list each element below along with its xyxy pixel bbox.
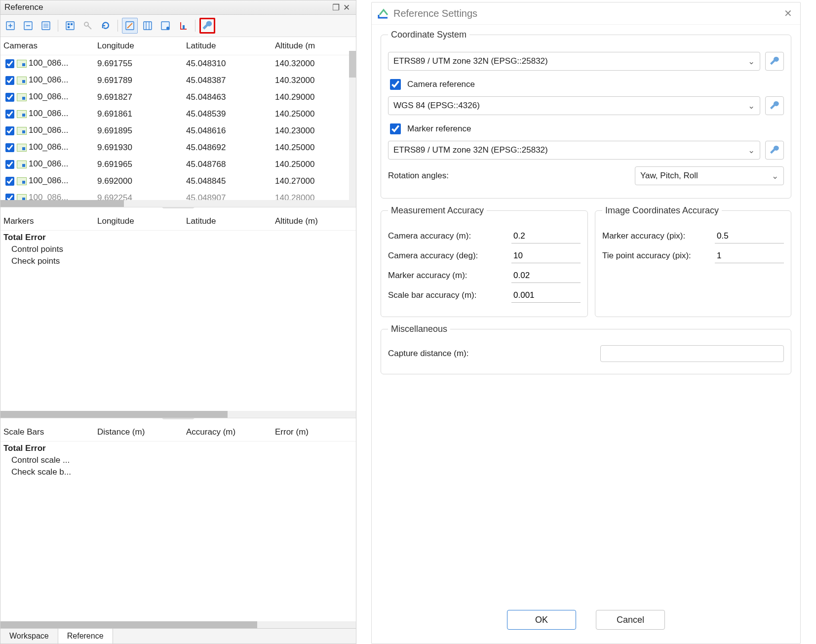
table-row[interactable]: 100_086...9.69186145.048539140.25000 [0, 106, 356, 122]
key-icon[interactable] [80, 18, 96, 34]
camera-icon [17, 93, 27, 101]
marker-accuracy-m-input[interactable] [511, 268, 581, 283]
col-error[interactable]: Error (m) [272, 423, 356, 442]
scale-bar-button[interactable] [175, 18, 191, 34]
table-row[interactable]: 100_086...9.69182745.048463140.29000 [0, 89, 356, 106]
table-row[interactable]: 100_086...9.69200045.048845140.27000 [0, 173, 356, 190]
scalebar-accuracy-m-input[interactable] [511, 288, 581, 303]
col-markers-alt[interactable]: Altitude (m) [272, 212, 356, 231]
coordinate-system-combo[interactable]: ETRS89 / UTM zone 32N (EPSG::25832) ⌄ [388, 52, 760, 71]
camera-ref-settings-button[interactable] [765, 96, 784, 115]
camera-name: 100_086... [29, 75, 68, 84]
marker-reference-checkbox[interactable] [390, 123, 401, 134]
col-distance[interactable]: Distance (m) [94, 423, 183, 442]
rotation-angles-combo[interactable]: Yaw, Pitch, Roll ⌄ [635, 166, 784, 185]
view-errors-button[interactable] [157, 18, 173, 34]
svg-rect-6 [68, 26, 70, 28]
view-markers-button[interactable] [62, 18, 78, 34]
settings-button[interactable] [199, 18, 215, 34]
camera-row-checkbox[interactable] [5, 143, 14, 152]
camera-icon [17, 60, 27, 68]
refresh-button[interactable] [98, 18, 114, 34]
export-reference-button[interactable] [20, 18, 36, 34]
image-coordinates-accuracy-group: Image Coordinates Accuracy Marker accura… [595, 205, 791, 317]
camera-accuracy-deg-input[interactable] [511, 248, 581, 263]
table-row[interactable]: 100_086...9.69189545.048616140.23000 [0, 122, 356, 139]
camera-name: 100_086... [29, 176, 68, 185]
col-altitude[interactable]: Altitude (m [272, 37, 356, 55]
ok-button[interactable]: OK [507, 610, 576, 630]
tab-workspace[interactable]: Workspace [0, 629, 58, 644]
camera-row-checkbox[interactable] [5, 110, 14, 119]
close-icon[interactable]: ✕ [341, 2, 352, 12]
col-latitude[interactable]: Latitude [183, 37, 272, 55]
cameras-vscrollbar[interactable] [349, 51, 356, 200]
import-reference-button[interactable] [2, 18, 18, 34]
dialog-titlebar[interactable]: Reference Settings ✕ [372, 2, 800, 25]
scalebars-hscrollbar[interactable] [0, 621, 356, 628]
marker-ref-settings-button[interactable] [765, 141, 784, 160]
camera-alt: 140.25000 [272, 106, 356, 122]
camera-row-checkbox[interactable] [5, 160, 14, 169]
camera-name: 100_086... [29, 125, 68, 135]
cancel-button[interactable]: Cancel [596, 610, 665, 630]
tie-point-accuracy-pix-input[interactable] [715, 248, 784, 263]
view-cameras-button[interactable] [38, 18, 54, 34]
marker-accuracy-pix-input[interactable] [715, 229, 784, 243]
col-markers-lon[interactable]: Longitude [94, 212, 183, 231]
camera-accuracy-m-input[interactable] [511, 229, 581, 243]
view-estimated-button[interactable] [122, 18, 138, 34]
measurement-accuracy-group: Measurement Accuracy Camera accuracy (m)… [381, 205, 588, 317]
splitter-handle[interactable] [0, 207, 356, 212]
cs-settings-button[interactable] [765, 52, 784, 71]
scalebars-control[interactable]: Control scale ... [0, 454, 356, 466]
col-cameras[interactable]: Cameras [0, 37, 94, 55]
cameras-table: Cameras Longitude Latitude Altitude (m 1… [0, 37, 356, 200]
svg-rect-5 [71, 23, 73, 25]
col-scalebars[interactable]: Scale Bars [0, 423, 94, 442]
dialog-close-button[interactable]: ✕ [782, 7, 794, 19]
table-row[interactable]: 100_086...9.69175545.048310140.32000 [0, 55, 356, 73]
markers-hscrollbar[interactable] [0, 411, 356, 418]
chevron-down-icon: ⌄ [748, 56, 755, 67]
panel-titlebar[interactable]: Reference ❐ ✕ [0, 0, 356, 15]
table-row[interactable]: 100_086...9.69196545.048768140.25000 [0, 156, 356, 173]
camera-reference-combo[interactable]: WGS 84 (EPSG::4326) ⌄ [388, 96, 760, 115]
table-row[interactable]: 100_086...9.69178945.048387140.32000 [0, 72, 356, 89]
capture-distance-input[interactable] [600, 345, 784, 362]
camera-row-checkbox[interactable] [5, 93, 14, 102]
camera-lat: 45.048539 [183, 106, 272, 122]
undock-icon[interactable]: ❐ [330, 2, 341, 12]
app-icon [378, 8, 389, 19]
cameras-hscrollbar[interactable] [0, 200, 356, 207]
camera-lat: 45.048907 [183, 190, 272, 200]
camera-alt: 140.28000 [272, 190, 356, 200]
camera-reference-checkbox[interactable] [390, 79, 401, 90]
camera-row-checkbox[interactable] [5, 194, 14, 200]
splitter-handle-2[interactable] [0, 418, 356, 423]
camera-name: 100_086... [29, 159, 68, 168]
capture-distance-label: Capture distance (m): [388, 349, 600, 359]
markers-control-points[interactable]: Control points [0, 243, 356, 255]
scalebars-total-error: Total Error [0, 442, 356, 454]
col-longitude[interactable]: Longitude [94, 37, 183, 55]
scalebars-check[interactable]: Check scale b... [0, 466, 356, 478]
table-row[interactable]: 100_086...9.69193045.048692140.25000 [0, 139, 356, 156]
camera-row-checkbox[interactable] [5, 126, 14, 135]
marker-reference-combo[interactable]: ETRS89 / UTM zone 32N (EPSG::25832) ⌄ [388, 141, 760, 160]
table-row[interactable]: 100_086...9.69225445.048907140.28000 [0, 190, 356, 200]
markers-check-points[interactable]: Check points [0, 255, 356, 267]
camera-row-checkbox[interactable] [5, 177, 14, 186]
marker-reference-value: ETRS89 / UTM zone 32N (EPSG::25832) [393, 145, 548, 155]
tab-reference[interactable]: Reference [58, 629, 113, 644]
col-accuracy[interactable]: Accuracy (m) [183, 423, 272, 442]
col-markers[interactable]: Markers [0, 212, 94, 231]
col-markers-lat[interactable]: Latitude [183, 212, 272, 231]
camera-row-checkbox[interactable] [5, 59, 14, 68]
reference-panel: Reference ❐ ✕ Cameras Longitude [0, 0, 356, 644]
panel-title-text: Reference [4, 2, 330, 12]
camera-lon: 9.692000 [94, 173, 183, 190]
view-source-button[interactable] [140, 18, 155, 34]
camera-row-checkbox[interactable] [5, 76, 14, 85]
chevron-down-icon: ⌄ [748, 145, 755, 156]
